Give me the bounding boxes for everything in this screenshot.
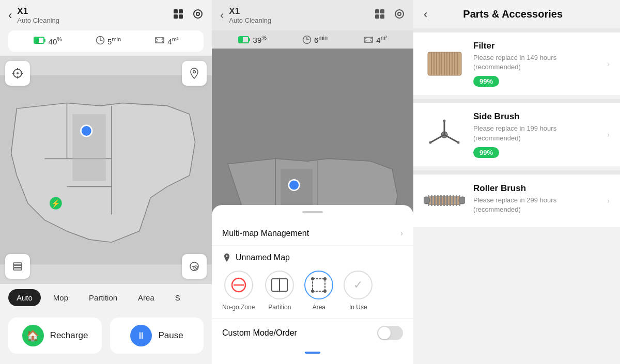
svg-rect-37 [13,268,22,270]
left-bottom-tabs: Auto Mop Partition Area S [0,284,212,311]
left-map-svg: ⚡ [0,56,212,284]
left-map-btn-reset[interactable] [5,61,30,86]
svg-point-48 [398,12,401,15]
middle-back-button[interactable]: ‹ [220,10,224,21]
left-header: ‹ X1 Auto Cleaning [0,0,212,30]
sheet-bottom-indicator [305,352,320,354]
svg-rect-102 [440,195,442,206]
svg-rect-103 [443,195,445,206]
recharge-icon: 🏠 [22,325,44,346]
svg-rect-2 [174,14,178,19]
map-section: Unnamed Map No-go Zone [212,246,413,318]
left-map-btn-location[interactable] [182,61,207,86]
filter-card[interactable]: Filter Please replace in 149 hours (reco… [413,33,620,95]
middle-header-title: X1 Auto Cleaning [229,6,271,24]
panel-right: ‹ Parts & Accessories Fil [413,0,620,364]
filter-image [424,46,465,82]
map-pin-icon [222,253,231,262]
multimap-label: Multi-map Management [222,229,309,238]
left-settings-icon[interactable] [192,8,204,22]
roller-brush-card[interactable]: Roller Brush Please replace in 299 hours… [413,175,620,227]
tab-auto[interactable]: Auto [8,289,41,306]
middle-settings-icon[interactable] [394,8,405,22]
recharge-button[interactable]: 🏠 Recharge [8,318,102,354]
svg-rect-43 [375,9,379,13]
middle-grid-icon[interactable] [374,8,385,22]
left-area-value: 4m² [167,36,178,46]
filter-name: Filter [473,41,599,51]
left-map-btn-layers[interactable] [5,254,30,279]
middle-battery-value: 39% [253,35,267,44]
svg-rect-99 [431,195,432,206]
middle-subtitle: Auto Cleaning [229,17,271,24]
tab-area[interactable]: Area [130,289,163,306]
roller-brush-info: Roller Brush Please replace in 299 hours… [473,183,599,218]
pause-icon: ⏸ [130,325,152,346]
left-time-value: 5min [107,36,121,46]
left-map-btn-restrict[interactable] [182,254,207,279]
svg-rect-104 [446,195,448,206]
right-divider [413,28,620,33]
tab-s[interactable]: S [167,289,189,306]
tab-partition[interactable]: Partition [81,289,126,306]
svg-point-5 [196,12,199,15]
svg-point-74 [311,277,314,280]
roller-brush-name: Roller Brush [473,183,599,194]
svg-rect-35 [13,263,22,265]
left-grid-icon[interactable] [173,8,184,22]
filter-desc: Please replace in 149 hours (recommended… [473,53,599,72]
svg-rect-50 [249,38,250,41]
area-item[interactable]: Area [304,271,333,311]
sheet-handle [302,211,323,213]
left-time-status: 5min [96,36,121,46]
right-back-button[interactable]: ‹ [424,9,427,20]
left-status-bar: 40% 5min [8,30,204,52]
no-go-zone-item[interactable]: No-go Zone [222,271,255,311]
custom-mode-label: Custom Mode/Order [222,328,297,338]
partition-item[interactable]: Partition [265,271,294,311]
filter-badge: 99% [473,76,499,87]
custom-mode-row[interactable]: Custom Mode/Order [212,318,413,347]
multimap-row[interactable]: Multi-map Management › [212,221,413,246]
recharge-label: Recharge [50,330,88,341]
middle-header-icons [374,8,405,22]
left-device-name: X1 [17,6,59,17]
roller-brush-chevron: › [607,196,610,205]
left-header-left: ‹ X1 Auto Cleaning [8,6,59,24]
svg-point-47 [395,10,404,18]
right-title: Parts & Accessories [436,8,590,20]
partition-label: Partition [268,304,291,311]
svg-rect-1 [179,9,183,13]
side-brush-name: Side Brush [473,112,599,122]
in-use-item[interactable]: ✓ In Use [344,271,373,311]
tab-mop[interactable]: Mop [45,289,76,306]
left-subtitle: Auto Cleaning [17,17,59,24]
no-go-zone-icon [224,271,253,299]
svg-rect-100 [434,195,436,206]
middle-clock-icon [302,35,312,44]
pause-button[interactable]: ⏸ Pause [110,318,204,354]
middle-area-status: 4m² [363,35,387,44]
side-brush-desc: Please replace in 199 hours (recommended… [473,124,599,143]
left-battery-value: 40% [49,36,62,46]
middle-area-icon [363,36,374,44]
filter-chevron: › [607,59,610,69]
middle-device-name: X1 [229,6,271,17]
middle-header-left: ‹ X1 Auto Cleaning [220,6,271,24]
roller-brush-svg [424,189,465,212]
left-back-button[interactable]: ‹ [8,10,12,21]
side-brush-svg [426,117,462,153]
left-action-buttons: 🏠 Recharge ⏸ Pause [0,311,212,364]
middle-area-value: 4m² [376,35,387,44]
side-brush-card[interactable]: Side Brush Please replace in 199 hours (… [413,103,620,166]
left-header-icons [173,8,204,22]
sheet-icons-row: No-go Zone Partition [222,271,403,311]
filter-info: Filter Please replace in 149 hours (reco… [473,41,599,87]
svg-rect-73 [313,279,325,291]
panel-middle: ‹ X1 Auto Cleaning [212,0,413,364]
svg-rect-7 [44,39,45,42]
panel-left: ‹ X1 Auto Cleaning [0,0,212,364]
svg-rect-101 [437,195,439,206]
svg-rect-106 [453,195,454,206]
custom-mode-toggle[interactable] [377,326,403,340]
